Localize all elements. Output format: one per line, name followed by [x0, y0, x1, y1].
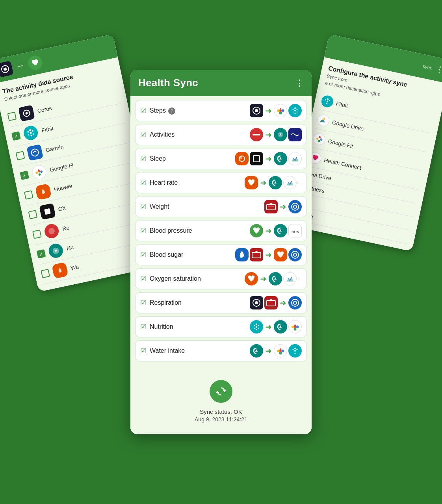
svg-point-32: [294, 110, 296, 111]
coros-label: Coros: [37, 105, 52, 114]
bloodpressure-dest1-icon: [274, 224, 287, 237]
sync-button[interactable]: [210, 380, 232, 403]
svg-point-51: [292, 299, 299, 306]
heartrate-check: ☑: [140, 178, 147, 187]
sync-item-bloodpressure[interactable]: ☑ Blood pressure ➜ RUNA: [135, 220, 307, 241]
coros-checkbox[interactable]: [7, 112, 17, 121]
steps-googlefit-icon: [274, 104, 287, 117]
nutrition-dest2-icon: [288, 320, 302, 334]
svg-point-55: [256, 329, 257, 330]
svg-rect-45: [252, 252, 261, 258]
steps-label: Steps ?: [150, 107, 247, 115]
sync-item-weight[interactable]: ☑ Weight ➜: [135, 196, 307, 217]
svg-point-19: [326, 103, 328, 105]
svg-point-37: [293, 111, 293, 112]
svg-point-25: [319, 136, 321, 139]
svg-point-9: [33, 133, 34, 135]
svg-point-70: [293, 349, 294, 350]
right-header-menu: ⋮: [434, 64, 442, 76]
wa-checkbox[interactable]: [41, 269, 50, 278]
nutrition-arrow: ➜: [265, 322, 272, 332]
heartrate-ellipsis: ...: [298, 180, 302, 185]
bloodsugar-dest1-icon: [274, 248, 287, 261]
bloodsugar-label: Blood sugar: [150, 251, 232, 258]
oxygen-arrow: ➜: [260, 274, 267, 284]
sync-item-waterintake[interactable]: ☑ Water intake ➜: [135, 340, 307, 361]
svg-point-13: [38, 173, 41, 176]
respiration-src2-icon: [264, 296, 278, 309]
nu-source-icon: [47, 243, 64, 259]
ox-source-icon: [39, 203, 56, 220]
svg-point-36: [297, 111, 297, 112]
heartrate-label: Heart rate: [150, 179, 241, 186]
nu-checkbox[interactable]: ✓: [37, 249, 46, 259]
dest-googledrive-label: Google Drive: [332, 119, 364, 132]
svg-point-60: [296, 326, 299, 328]
re-checkbox[interactable]: [32, 230, 42, 239]
bloodsugar-src2-icon: [250, 248, 263, 261]
nutrition-check: ☑: [140, 322, 147, 331]
waterintake-dest1-icon: [274, 344, 287, 358]
oxygen-check: ☑: [140, 274, 147, 283]
sync-item-respiration[interactable]: ☑ Respiration ➜: [135, 292, 307, 313]
svg-point-28: [282, 109, 284, 112]
dest-fitbit-label: Fitbit: [336, 100, 349, 109]
svg-point-33: [295, 113, 296, 114]
svg-point-49: [255, 301, 258, 304]
activities-source-icon: [250, 128, 263, 141]
garmin-checkbox[interactable]: [16, 151, 25, 160]
respiration-src1-icon: [250, 296, 263, 309]
bloodsugar-src1-icon: [235, 248, 249, 261]
svg-point-58: [258, 328, 259, 328]
sync-list: ☑ Steps ? ➜: [130, 96, 312, 368]
svg-rect-40: [267, 204, 275, 210]
sync-item-oxygen[interactable]: ☑ Oxygen saturation ➜ ...: [135, 268, 307, 289]
wa-source-icon: [52, 262, 69, 279]
bloodpressure-runalyze-icon: RUNA: [288, 224, 302, 237]
svg-rect-38: [253, 134, 260, 135]
bloodsugar-arrow: ➜: [265, 250, 272, 259]
steps-arrow: ➜: [265, 106, 272, 115]
sleep-arrow: ➜: [265, 154, 272, 163]
ox-checkbox[interactable]: [28, 210, 37, 219]
respiration-icons: ➜: [250, 296, 302, 309]
nutrition-dest1-icon: [274, 320, 287, 334]
sync-item-heartrate[interactable]: ☑ Heart rate ➜ ...: [135, 172, 307, 193]
steps-help[interactable]: ?: [168, 107, 175, 115]
sync-item-sleep[interactable]: ☑ Sleep ➜: [135, 148, 307, 169]
dest-googledrive-icon: [316, 113, 331, 128]
garmin-source-icon: [26, 144, 43, 161]
svg-point-66: [294, 348, 296, 349]
respiration-check: ☑: [140, 298, 147, 307]
weight-label: Weight: [150, 203, 261, 210]
coros-source-icon: [18, 105, 35, 122]
sleep-dest2-icon: [288, 152, 302, 165]
svg-point-62: [292, 326, 294, 328]
bloodsugar-icons: ➜: [235, 248, 302, 261]
googlefit-checkbox[interactable]: ✓: [20, 170, 29, 180]
huawei-checkbox[interactable]: [24, 190, 33, 200]
weight-src-icon: [264, 200, 278, 213]
svg-point-43: [293, 205, 297, 208]
oxygen-label: Oxygen saturation: [150, 275, 241, 282]
app-header: Health Sync ⋮: [130, 70, 312, 96]
bloodpressure-src-icon: [250, 224, 263, 237]
re-source-icon: [43, 223, 60, 240]
heartrate-icons: ➜ ...: [245, 176, 302, 189]
weight-icons: ➜: [264, 200, 302, 213]
svg-point-30: [277, 109, 279, 112]
sync-item-nutrition[interactable]: ☑ Nutrition ➜: [135, 316, 307, 337]
sync-item-activities[interactable]: ☑ Activities ➜: [135, 124, 307, 145]
dest-healthconnect-label: Health Connect: [323, 157, 362, 171]
sync-item-steps[interactable]: ☑ Steps ? ➜: [135, 100, 307, 121]
sleep-src2-icon: [250, 152, 263, 165]
svg-point-61: [294, 328, 297, 331]
sync-item-bloodsugar[interactable]: ☑ Blood sugar ➜: [135, 244, 307, 265]
svg-point-59: [254, 328, 255, 328]
svg-point-64: [279, 352, 282, 355]
re-label: Re: [62, 224, 70, 232]
fitbit-checkbox[interactable]: ✓: [11, 132, 21, 141]
sleep-src1-icon: [235, 152, 249, 165]
header-menu-icon[interactable]: ⋮: [295, 78, 304, 88]
svg-point-11: [31, 148, 39, 157]
